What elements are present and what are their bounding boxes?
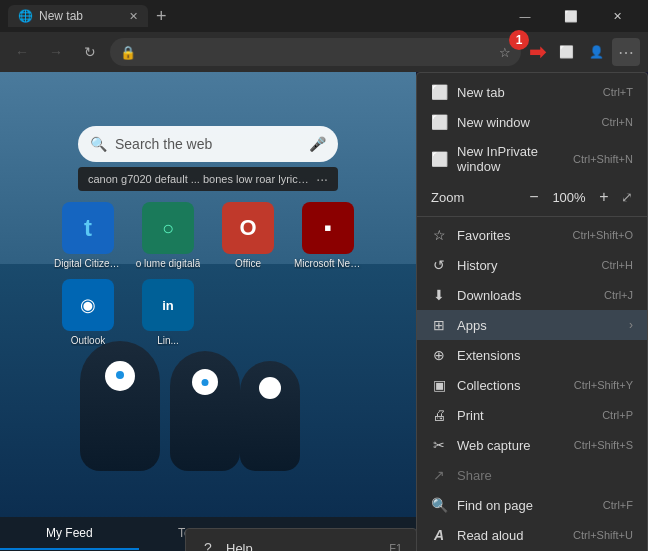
app-item-5[interactable]: in Lin... — [133, 279, 203, 346]
address-input[interactable] — [142, 45, 493, 60]
page-background: 🔍 Search the web 🎤 canon g7020 default .… — [0, 72, 416, 551]
downloads-icon: ⬇ — [431, 287, 447, 303]
zoom-out-button[interactable]: − — [523, 186, 545, 208]
zoom-expand-button[interactable]: ⤢ — [621, 189, 633, 205]
menu-label-downloads: Downloads — [457, 288, 594, 303]
menu-label-inprivate: New InPrivate window — [457, 144, 563, 174]
new-tab-button[interactable]: + — [156, 6, 167, 27]
menu-label-favorites: Favorites — [457, 228, 562, 243]
help-submenu: ? Help F1 ✉ Send feedback Alt+Shift+I ⚠ … — [185, 528, 417, 551]
menu-label-new-tab: New tab — [457, 85, 593, 100]
menu-label-readaloud: Read aloud — [457, 528, 563, 543]
penguin-1 — [80, 341, 160, 471]
menu-item-history[interactable]: ↺ History Ctrl+H — [417, 250, 647, 280]
menu-label-webcapture: Web capture — [457, 438, 564, 453]
window-controls: — ⬜ ✕ — [502, 0, 640, 32]
app-icon-office: O — [222, 202, 274, 254]
app-label-2: Office — [235, 258, 261, 269]
recent-searches-text: canon g7020 default ... bones low roar l… — [88, 173, 310, 185]
menu-item-find[interactable]: 🔍 Find on page Ctrl+F — [417, 490, 647, 520]
app-label-4: Outlook — [71, 335, 105, 346]
shortcut-help: F1 — [389, 542, 402, 551]
app-item-3[interactable]: ▪ Microsoft News — [293, 202, 363, 269]
menu-item-apps[interactable]: ⊞ Apps › — [417, 310, 647, 340]
menu-label-collections: Collections — [457, 378, 564, 393]
app-icon-olume: ○ — [142, 202, 194, 254]
context-menu: ⬜ New tab Ctrl+T ⬜ New window Ctrl+N ⬜ N… — [416, 72, 648, 551]
shortcut-webcapture: Ctrl+Shift+S — [574, 439, 633, 451]
menu-item-favorites[interactable]: ☆ Favorites Ctrl+Shift+O — [417, 220, 647, 250]
shortcut-downloads: Ctrl+J — [604, 289, 633, 301]
tab-favicon: 🌐 — [18, 9, 33, 23]
share-icon: ↗ — [431, 467, 447, 483]
recent-searches: canon g7020 default ... bones low roar l… — [78, 167, 338, 191]
app-item-2[interactable]: O Office — [213, 202, 283, 269]
extensions-icon: ⊕ — [431, 347, 447, 363]
settings-menu-button[interactable]: ⋯ — [612, 38, 640, 66]
app-item-1[interactable]: ○ o lume digitală — [133, 202, 203, 269]
title-bar: 🌐 New tab ✕ + — ⬜ ✕ — [0, 0, 648, 32]
toolbar-right: ⬜ 👤 ⋯ — [552, 38, 640, 66]
red-arrow-icon: ➡ — [529, 40, 546, 64]
menu-label-apps: Apps — [457, 318, 619, 333]
menu-item-readaloud[interactable]: A Read aloud Ctrl+Shift+U — [417, 520, 647, 550]
shortcut-find: Ctrl+F — [603, 499, 633, 511]
maximize-button[interactable]: ⬜ — [548, 0, 594, 32]
penguin-2 — [170, 351, 240, 471]
tab-my-feed[interactable]: My Feed — [0, 518, 139, 550]
app-label-5: Lin... — [157, 335, 179, 346]
tab-title: New tab — [39, 9, 83, 23]
active-tab[interactable]: 🌐 New tab ✕ — [8, 5, 148, 27]
minimize-button[interactable]: — — [502, 0, 548, 32]
menu-item-downloads[interactable]: ⬇ Downloads Ctrl+J — [417, 280, 647, 310]
collections-icon: ▣ — [431, 377, 447, 393]
recent-more-icon[interactable]: ··· — [316, 171, 328, 187]
menu-item-new-window[interactable]: ⬜ New window Ctrl+N — [417, 107, 647, 137]
shortcut-print: Ctrl+P — [602, 409, 633, 421]
menu-label-extensions: Extensions — [457, 348, 633, 363]
mic-icon[interactable]: 🎤 — [309, 136, 326, 152]
zoom-row: Zoom − 100% + ⤢ — [417, 181, 647, 213]
close-button[interactable]: ✕ — [594, 0, 640, 32]
profile-button[interactable]: 👤 — [582, 38, 610, 66]
menu-item-print[interactable]: 🖨 Print Ctrl+P — [417, 400, 647, 430]
menu-item-inprivate[interactable]: ⬜ New InPrivate window Ctrl+Shift+N — [417, 137, 647, 181]
apps-arrow-icon: › — [629, 318, 633, 332]
refresh-button[interactable]: ↻ — [76, 38, 104, 66]
menu-item-share[interactable]: ↗ Share — [417, 460, 647, 490]
print-icon: 🖨 — [431, 407, 447, 423]
tab-area: 🌐 New tab ✕ + — [8, 5, 496, 27]
menu-item-collections[interactable]: ▣ Collections Ctrl+Shift+Y — [417, 370, 647, 400]
app-item-0[interactable]: t Digital Citizen... — [53, 202, 123, 269]
menu-label-share: Share — [457, 468, 633, 483]
menu-item-new-tab[interactable]: ⬜ New tab Ctrl+T — [417, 77, 647, 107]
app-label-1: o lume digitală — [136, 258, 200, 269]
favorites-icon: ☆ — [431, 227, 447, 243]
search-box[interactable]: 🔍 Search the web 🎤 — [78, 126, 338, 162]
shortcut-inprivate: Ctrl+Shift+N — [573, 153, 633, 165]
app-icon-outlook: ◉ — [62, 279, 114, 331]
apps-grid: t Digital Citizen... ○ o lume digitală O… — [43, 202, 373, 346]
zoom-in-button[interactable]: + — [593, 186, 615, 208]
tab-close-button[interactable]: ✕ — [129, 10, 138, 23]
search-placeholder: Search the web — [115, 136, 301, 152]
menu-label-history: History — [457, 258, 592, 273]
submenu-help[interactable]: ? Help F1 — [186, 533, 416, 551]
divider-1 — [417, 216, 647, 217]
menu-label-find: Find on page — [457, 498, 593, 513]
app-item-4[interactable]: ◉ Outlook — [53, 279, 123, 346]
back-button[interactable]: ← — [8, 38, 36, 66]
app-icon-msnews: ▪ — [302, 202, 354, 254]
star-icon[interactable]: ☆ — [499, 45, 511, 60]
shortcut-favorites: Ctrl+Shift+O — [572, 229, 633, 241]
menu-item-webcapture[interactable]: ✂ Web capture Ctrl+Shift+S — [417, 430, 647, 460]
collections-button[interactable]: ⬜ — [552, 38, 580, 66]
menu-item-extensions[interactable]: ⊕ Extensions — [417, 340, 647, 370]
zoom-value: 100% — [551, 190, 587, 205]
forward-button[interactable]: → — [42, 38, 70, 66]
new-window-icon: ⬜ — [431, 114, 447, 130]
history-icon: ↺ — [431, 257, 447, 273]
apps-icon: ⊞ — [431, 317, 447, 333]
address-bar[interactable]: 🔒 ☆ 1 — [110, 38, 521, 66]
help-icon: ? — [200, 540, 216, 551]
